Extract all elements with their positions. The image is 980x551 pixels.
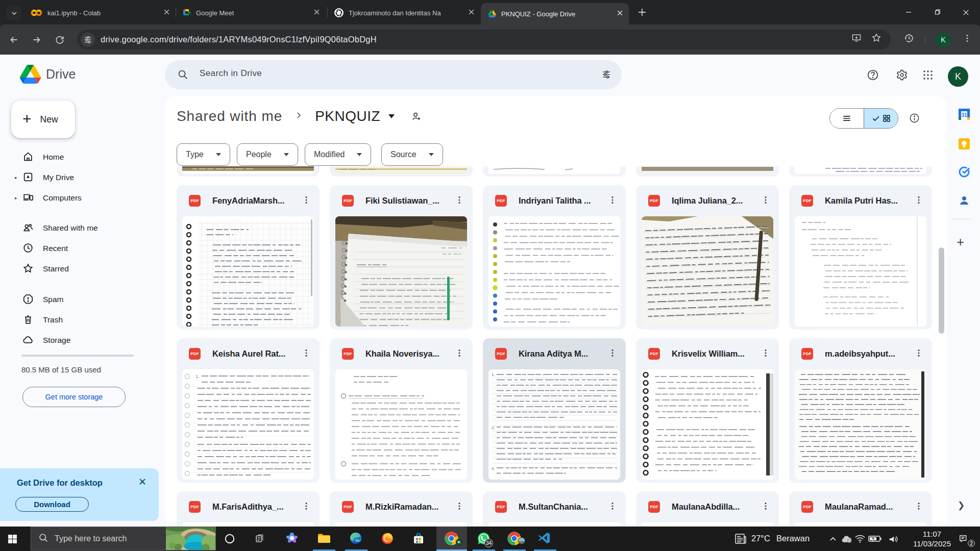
svg-text:2.: 2. (492, 425, 495, 430)
svg-text:1.: 1. (195, 374, 200, 379)
svg-text:1.: 1. (492, 372, 495, 377)
svg-text:4.: 4. (492, 466, 495, 471)
svg-text:31: 31 (961, 112, 967, 118)
